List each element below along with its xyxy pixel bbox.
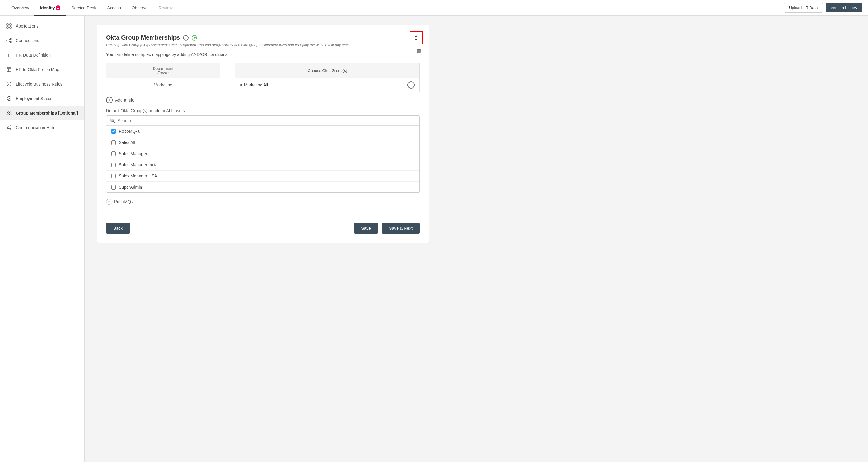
list-item[interactable]: RoboMQ-all	[106, 126, 420, 137]
nav-overview[interactable]: Overview	[6, 0, 34, 16]
back-button[interactable]: Back	[106, 223, 130, 234]
add-group-button[interactable]: +	[407, 81, 415, 89]
sidebar-item-profile-map[interactable]: HR to Okta Profile Map	[0, 62, 84, 77]
svg-rect-1	[10, 24, 11, 25]
checkbox-list: RoboMQ-all Sales All Sales Manager	[106, 126, 420, 192]
svg-rect-2	[7, 27, 8, 28]
bullet-dot	[240, 84, 242, 86]
default-groups-section: Default Okta Group(s) to add to ALL user…	[106, 108, 420, 193]
checkbox-sales-manager-usa[interactable]	[111, 174, 116, 178]
three-dots-icon[interactable]: ⋮	[225, 68, 230, 74]
comm-icon	[6, 125, 12, 131]
save-next-button[interactable]: Save & Next	[382, 223, 420, 234]
svg-point-6	[10, 41, 11, 43]
nav-actions: Upload HR Data Version History	[784, 3, 862, 13]
checkbox-robomq[interactable]	[111, 129, 116, 134]
sidebar-item-applications[interactable]: Applications	[0, 19, 84, 33]
list-item[interactable]: Sales Manager	[106, 148, 420, 159]
nav-identity[interactable]: Identity 1	[34, 0, 66, 16]
bottom-actions: Back Save Save & Next	[106, 218, 420, 234]
add-rule-icon: +	[106, 97, 113, 103]
sidebar-label-hr-data: HR Data Definition	[16, 53, 51, 57]
selected-tag: − RoboMQ-all	[106, 197, 136, 206]
card-subtitle: Defining Okta Group (OG) assignments rul…	[106, 43, 420, 47]
nav-service-desk[interactable]: Service Desk	[66, 0, 101, 16]
sidebar-item-employment[interactable]: Employment Status	[0, 91, 84, 106]
okta-group-value: Marketing All	[244, 83, 268, 87]
sidebar-item-comm-hub[interactable]: Communication Hub	[0, 120, 84, 135]
card-title: Okta Group Memberships ?	[106, 34, 420, 41]
lifecycle-icon	[6, 81, 12, 87]
sort-button[interactable]	[409, 31, 423, 44]
checkbox-sales-all[interactable]	[111, 140, 116, 145]
tag-remove-button[interactable]: −	[106, 198, 112, 205]
sidebar-item-lifecycle[interactable]: Lifecycle Business Rules	[0, 77, 84, 91]
col2-header: Choose Okta Group(s)	[235, 63, 420, 78]
checkbox-label-robomq: RoboMQ-all	[119, 129, 142, 134]
checkbox-label-sales-all: Sales All	[119, 140, 135, 145]
delete-button[interactable]	[416, 48, 422, 54]
sidebar-item-hr-data[interactable]: HR Data Definition	[0, 48, 84, 62]
list-item[interactable]: Sales Manager USA	[106, 171, 420, 182]
help-icon[interactable]: ?	[183, 35, 189, 40]
col-spacer: ⋮	[220, 63, 235, 78]
col1-header: Department Equals	[106, 63, 220, 78]
nav-items: Overview Identity 1 Service Desk Access …	[6, 0, 784, 16]
sidebar-label-applications: Applications	[16, 24, 39, 28]
checkbox-label-sales-manager-usa: Sales Manager USA	[119, 174, 157, 178]
sidebar-label-group: Group Memberships [Optional]	[16, 111, 78, 116]
search-dropdown: 🔍 RoboMQ-all Sales All	[106, 116, 420, 193]
svg-line-24	[9, 128, 10, 128]
okta-group-cell: Marketing All +	[235, 78, 420, 92]
checkbox-label-sales-manager-india: Sales Manager India	[119, 162, 157, 167]
svg-point-18	[7, 112, 9, 113]
content-card: Okta Group Memberships ? Defining Okta G…	[97, 25, 429, 243]
list-item[interactable]: Sales Manager India	[106, 159, 420, 171]
svg-point-21	[10, 126, 11, 127]
svg-point-19	[10, 112, 11, 113]
card-description: You can define complex mappings by addin…	[106, 52, 420, 57]
checkbox-superadmin[interactable]	[111, 185, 116, 190]
sidebar-label-connections: Connections	[16, 38, 39, 43]
save-buttons: Save Save & Next	[354, 223, 420, 234]
group-icon	[6, 110, 12, 116]
sidebar-item-group-memberships[interactable]: Group Memberships [Optional]	[0, 106, 84, 120]
svg-point-20	[7, 127, 9, 128]
search-input[interactable]	[118, 118, 416, 123]
svg-rect-9	[7, 53, 11, 57]
map-icon	[6, 66, 12, 72]
svg-point-5	[10, 38, 11, 40]
save-button[interactable]: Save	[354, 223, 378, 234]
default-groups-label: Default Okta Group(s) to add to ALL user…	[106, 108, 420, 113]
add-rule-label: Add a rule	[115, 98, 134, 102]
list-item[interactable]: Sales All	[106, 137, 420, 148]
svg-rect-3	[10, 27, 11, 28]
add-rule-button[interactable]: + Add a rule	[106, 97, 420, 103]
upload-hr-button[interactable]: Upload HR Data	[784, 3, 823, 13]
sidebar-label-employment: Employment Status	[16, 96, 52, 101]
nav-review: Review	[153, 0, 178, 16]
svg-point-4	[7, 40, 8, 41]
svg-rect-25	[417, 50, 421, 53]
nav-observe[interactable]: Observe	[126, 0, 153, 16]
svg-rect-0	[7, 24, 8, 25]
checkbox-sales-manager[interactable]	[111, 152, 116, 156]
nav-access[interactable]: Access	[102, 0, 126, 16]
connections-icon	[6, 37, 12, 43]
checkbox-label-superadmin: SuperAdmin	[119, 185, 142, 190]
search-icon: 🔍	[110, 118, 115, 123]
spacer-cell	[220, 78, 235, 92]
svg-line-8	[8, 41, 10, 42]
checkbox-sales-manager-india[interactable]	[111, 163, 116, 167]
table-row: Marketing Marketing All +	[106, 78, 420, 92]
play-icon[interactable]	[192, 35, 197, 40]
main-content: Okta Group Memberships ? Defining Okta G…	[85, 16, 868, 462]
check-icon	[6, 96, 12, 101]
sidebar-item-connections[interactable]: Connections	[0, 33, 84, 48]
mapping-table: Department Equals ⋮ Choose Okta Group(s)	[106, 63, 420, 92]
search-input-row: 🔍	[106, 116, 420, 126]
list-item[interactable]: SuperAdmin	[106, 182, 420, 192]
hr-data-icon	[6, 52, 12, 58]
grid-icon	[6, 23, 12, 29]
version-history-button[interactable]: Version History	[826, 3, 862, 12]
